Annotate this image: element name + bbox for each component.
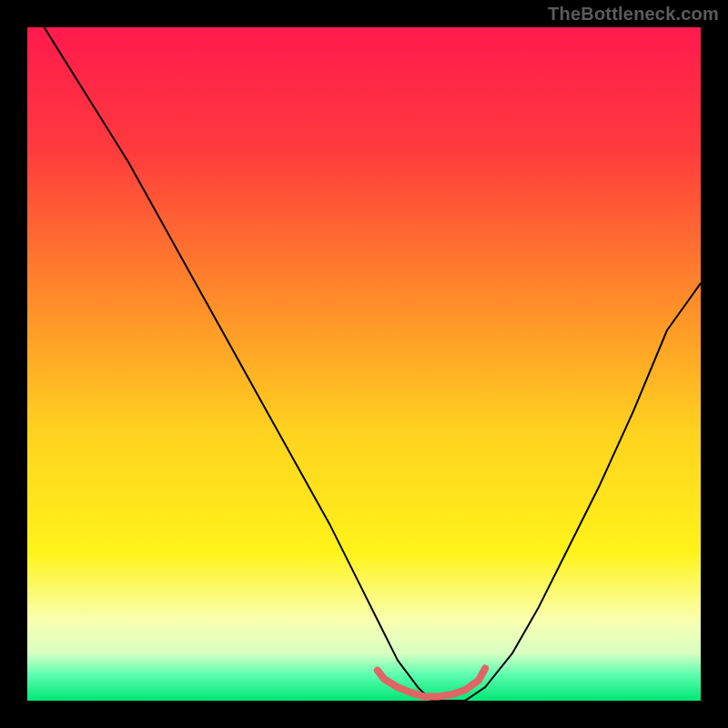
watermark-text: TheBottleneck.com [548, 4, 719, 25]
svg-rect-2 [27, 27, 701, 701]
bottleneck-chart [0, 0, 728, 728]
chart-stage: TheBottleneck.com [0, 0, 728, 728]
